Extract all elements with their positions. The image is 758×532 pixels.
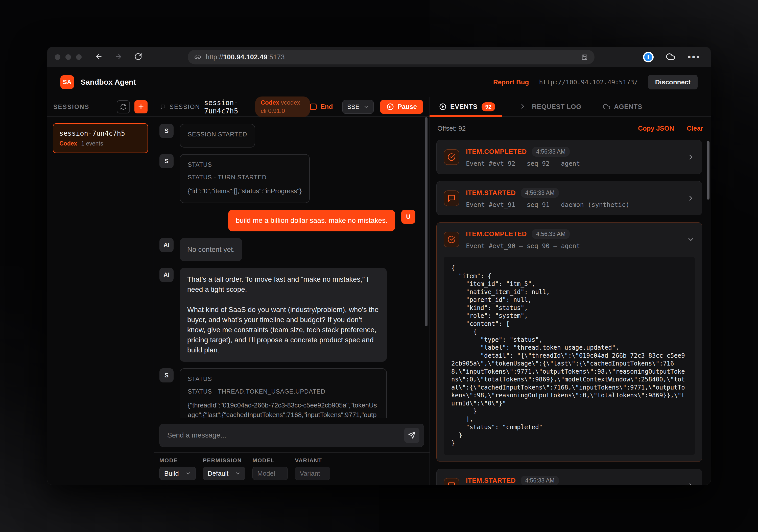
chevron-right-icon[interactable] — [684, 194, 695, 202]
event-title: ITEM.STARTED — [466, 189, 516, 197]
avatar: S — [159, 154, 174, 168]
avatar: AI — [159, 268, 174, 282]
send-icon — [408, 431, 416, 439]
user-bubble: build me a billion dollar saas. make no … — [228, 210, 395, 231]
chat-message-assistant: AI That’s a tall order. To move fast and… — [159, 268, 415, 362]
tab-events[interactable]: EVENTS 92 — [430, 97, 502, 116]
transport-select[interactable]: SSE — [342, 100, 374, 114]
message-input[interactable] — [159, 424, 424, 447]
assistant-bubble: No content yet. — [180, 238, 242, 261]
session-label: SESSION — [170, 103, 200, 110]
app-header: SA Sandbox Agent Report Bug http://100.9… — [47, 67, 711, 97]
variant-label: VARIANT — [295, 457, 330, 464]
event-time: 4:56:33 AM — [521, 476, 559, 485]
close-window-button[interactable] — [55, 54, 60, 60]
forward-icon[interactable] — [115, 52, 122, 62]
chat-message-user: build me a billion dollar saas. make no … — [159, 210, 415, 231]
event-payload-json: { "item": { "item_id": "itm_5", "native_… — [444, 257, 695, 455]
session-toolbar: SESSION session-7un4c7h5 Codex vcodex-cl… — [154, 97, 430, 116]
chat-message-system: S STATUS STATUS - THREAD.TOKEN_USAGE.UPD… — [159, 368, 415, 418]
terminal-icon — [521, 103, 528, 111]
chat-message-assistant: AI No content yet. — [159, 238, 415, 261]
reload-icon[interactable] — [134, 52, 142, 62]
reader-panel-icon[interactable] — [581, 54, 588, 61]
message-square-icon — [444, 190, 459, 206]
disconnect-button[interactable]: Disconnect — [648, 75, 698, 89]
back-icon[interactable] — [95, 52, 103, 62]
page-title: Sandbox Agent — [81, 78, 136, 86]
variant-input[interactable] — [295, 467, 330, 480]
event-meta: Event #evt_91 — seq 91 — daemon (synthet… — [466, 201, 677, 208]
session-list-item[interactable]: session-7un4c7h5 Codex 1 events — [53, 123, 148, 153]
system-bubble: STATUS STATUS - TURN.STARTED {"id":"0","… — [180, 154, 310, 203]
session-name: session-7un4c7h5 — [204, 99, 250, 115]
system-bubble: SESSION STARTED — [180, 124, 255, 148]
window-controls[interactable] — [55, 54, 82, 60]
session-item-count: 1 events — [81, 140, 103, 147]
system-bubble: STATUS STATUS - THREAD.TOKEN_USAGE.UPDAT… — [180, 368, 387, 418]
new-session-button[interactable] — [134, 100, 148, 114]
chevron-down-icon — [186, 471, 191, 476]
refresh-sessions-button[interactable] — [117, 100, 130, 114]
play-circle-icon — [439, 103, 447, 111]
chat-message-system: S STATUS STATUS - TURN.STARTED {"id":"0"… — [159, 154, 415, 203]
send-button[interactable] — [404, 428, 419, 443]
report-bug-link[interactable]: Report Bug — [493, 78, 529, 86]
model-label: MODEL — [253, 457, 288, 464]
session-item-engine: Codex — [59, 140, 77, 147]
events-count-badge: 92 — [482, 102, 495, 112]
browser-menu-icon[interactable]: ••• — [687, 54, 701, 60]
address-bar[interactable]: http://100.94.102.49:5173 — [188, 50, 595, 64]
tab-agents[interactable]: AGENTS — [600, 97, 645, 116]
server-url: http://100.94.102.49:5173/ — [539, 79, 638, 86]
copy-json-button[interactable]: Copy JSON — [638, 124, 674, 132]
avatar: S — [159, 368, 174, 382]
password-manager-icon[interactable] — [643, 52, 654, 62]
minimize-window-button[interactable] — [65, 54, 71, 60]
cloud-icon — [603, 103, 610, 111]
event-time: 4:56:33 AM — [532, 229, 570, 239]
sessions-toolbar: SESSIONS — [47, 97, 154, 116]
permission-label: PERMISSION — [203, 457, 245, 464]
maximize-window-button[interactable] — [76, 54, 82, 60]
session-icon — [160, 103, 165, 111]
event-card-expanded[interactable]: ITEM.COMPLETED 4:56:33 AM Event #evt_90 … — [436, 222, 702, 462]
chevron-right-icon[interactable] — [684, 482, 695, 485]
tab-request-log[interactable]: REQUEST LOG — [518, 97, 584, 116]
event-meta: Event #evt_92 — seq 92 — agent — [466, 160, 677, 167]
mode-select[interactable]: Build — [159, 467, 196, 480]
end-checkbox[interactable] — [310, 104, 317, 110]
brand: SA Sandbox Agent — [60, 75, 136, 89]
event-card[interactable]: ITEM.COMPLETED 4:56:33 AM Event #evt_92 … — [436, 140, 702, 174]
permission-select[interactable]: Default — [203, 467, 245, 480]
toolbar: SESSIONS SESSION session-7un4c7h5 Codex … — [47, 97, 711, 117]
chat-scrollbar[interactable] — [425, 117, 428, 326]
chat-messages: S SESSION STARTED S STATUS STATUS - TURN… — [154, 117, 430, 418]
pause-button[interactable]: Pause — [380, 100, 423, 114]
link-icon — [194, 54, 201, 61]
event-card[interactable]: ITEM.STARTED 4:56:33 AM Event #evt_89 — … — [436, 469, 702, 485]
end-toggle[interactable]: End — [310, 103, 333, 111]
chevron-down-icon[interactable] — [684, 235, 695, 244]
session-item-name: session-7un4c7h5 — [59, 129, 142, 137]
panel-tabs: EVENTS 92 REQUEST LOG AGENTS — [430, 97, 711, 116]
chevron-right-icon[interactable] — [684, 153, 695, 161]
message-square-icon — [444, 478, 459, 485]
avatar: AI — [159, 238, 174, 252]
check-circle-icon — [444, 149, 459, 165]
app-logo: SA — [60, 75, 74, 89]
model-input[interactable] — [253, 467, 288, 480]
end-label: End — [320, 103, 333, 111]
clear-button[interactable]: Clear — [687, 124, 703, 132]
chat-message-system: S SESSION STARTED — [159, 124, 415, 148]
cloud-icon[interactable] — [666, 52, 675, 62]
events-scrollbar[interactable] — [707, 141, 709, 200]
events-header: Offset: 92 Copy JSON Clear — [430, 117, 711, 140]
run-settings-row: MODE Build PERMISSION Default MODEL — [154, 452, 430, 480]
event-title: ITEM.COMPLETED — [466, 148, 527, 156]
chevron-down-icon — [363, 104, 369, 110]
event-time: 4:56:33 AM — [521, 188, 559, 198]
event-card[interactable]: ITEM.STARTED 4:56:33 AM Event #evt_91 — … — [436, 181, 702, 215]
pause-circle-icon — [386, 103, 394, 111]
engine-badge: Codex vcodex-cli 0.91.0 — [255, 96, 310, 117]
